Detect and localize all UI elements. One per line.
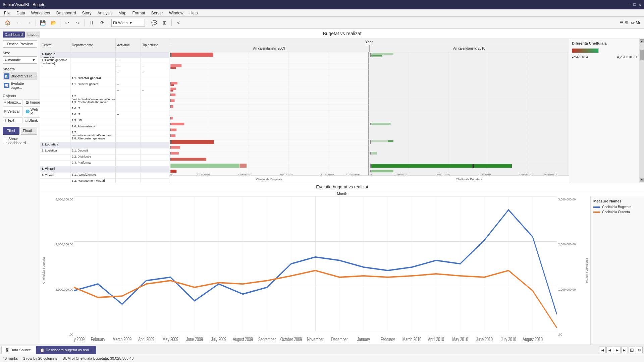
device-preview-btn[interactable]: Device Preview	[3, 40, 37, 48]
table-row: 2. Logistica	[40, 142, 169, 148]
marks-count: 40 marks	[3, 356, 18, 360]
svg-rect-43	[170, 94, 171, 96]
minimize-btn[interactable]: −	[628, 2, 631, 7]
menu-file[interactable]: File	[1, 10, 13, 16]
scroll-thumb[interactable]	[640, 50, 644, 60]
color-gradient-bar	[572, 47, 637, 54]
obj-text[interactable]: T Text	[3, 117, 23, 123]
menu-format[interactable]: Format	[130, 10, 148, 16]
scroll-down-btn[interactable]: ▼	[640, 178, 644, 182]
save-btn[interactable]: 💾	[38, 18, 47, 27]
sep3	[85, 19, 85, 26]
menu-server[interactable]: Server	[149, 10, 166, 16]
obj-vertical[interactable]: ⌸ Vertical	[3, 106, 23, 116]
svg-rect-55	[170, 134, 171, 137]
diferenta-title: Diferenta Cheltuiala	[572, 41, 637, 45]
svg-rect-47	[170, 105, 171, 108]
nav-last-btn[interactable]: ▶|	[621, 347, 628, 353]
pause-btn[interactable]: ⏸	[87, 18, 96, 27]
tab-dashboard[interactable]: Dashboard	[3, 32, 25, 38]
tab-bar: 🗄 Data Source 📋 Dashboard bugetat vs rea…	[0, 345, 644, 354]
scrollbar[interactable]: ▲ ▼	[639, 39, 644, 183]
horizontal-icon: ≡	[4, 101, 6, 104]
svg-rect-36	[170, 67, 176, 69]
svg-text:February: February	[381, 337, 395, 343]
svg-text:July 2010: July 2010	[501, 337, 516, 343]
new-sheet-btn[interactable]: ⊞	[629, 347, 635, 353]
size-dropdown[interactable]: Automatic ▼	[3, 56, 37, 64]
tab-worksheet-current[interactable]: 📋 Dashboard bugetat vs real...	[36, 346, 96, 354]
nav-prev-btn[interactable]: ◀	[606, 347, 613, 353]
svg-rect-63	[170, 158, 171, 161]
svg-text:October 2009: October 2009	[280, 337, 302, 343]
obj-image[interactable]: 🖼 Image	[24, 99, 40, 105]
fit-width-dropdown[interactable]: Fit Width ▼	[111, 19, 145, 27]
menu-worksheet[interactable]: Worksheet	[29, 10, 53, 16]
x-axis-label-2010: Cheltuiala Bugetata	[369, 176, 569, 183]
rows-info: 1 row by 20 columns	[23, 356, 57, 360]
svg-rect-53	[170, 129, 171, 131]
menu-story[interactable]: Story	[79, 10, 94, 16]
menu-dashboard[interactable]: Dashboard	[54, 10, 79, 16]
menu-help[interactable]: Help	[187, 10, 201, 16]
svg-rect-58	[170, 146, 180, 149]
tab-data-source[interactable]: 🗄 Data Source	[1, 346, 35, 354]
table-row: 1.5. HR	[40, 118, 169, 124]
chart-svg-container: 00 2,000,000.00 4,000,000.00 6,000,000.0…	[169, 52, 569, 175]
nav-first-btn[interactable]: |◀	[599, 347, 606, 353]
svg-text:January 2009: January 2009	[74, 337, 85, 343]
app-title: SeniorVisualBI - Bugete	[3, 2, 45, 7]
scroll-track[interactable]	[640, 43, 644, 178]
svg-rect-78	[371, 164, 512, 168]
svg-rect-64	[170, 164, 239, 168]
svg-rect-34	[170, 53, 171, 57]
grid-btn[interactable]: ⊞	[160, 18, 169, 27]
back-btn[interactable]: ←	[13, 18, 23, 27]
svg-text:April 2009: April 2009	[138, 337, 154, 343]
svg-rect-66	[170, 170, 176, 173]
tab-layout[interactable]: Layout	[25, 32, 40, 38]
show-dashboard-checkbox[interactable]	[3, 139, 7, 143]
menu-analysis[interactable]: Analysis	[95, 10, 115, 16]
table-row: -- --	[40, 88, 169, 94]
vertical-icon: ⌸	[4, 110, 6, 113]
y-axis-left-label: Cheltuiala Bugetata	[42, 257, 45, 284]
floating-btn[interactable]: Floati...	[21, 127, 38, 135]
obj-blank[interactable]: □ Blank	[24, 117, 40, 123]
col-tip: Tip actiune	[141, 39, 169, 52]
refresh-btn[interactable]: ⟳	[98, 18, 107, 27]
x-axis-label-2009: Cheltuiala Bugetata	[169, 176, 369, 183]
top-chart-title: Bugetat vs realizat	[40, 29, 644, 39]
obj-horizontal[interactable]: ≡ Horizo...	[3, 99, 23, 105]
diferenta-legend: Diferenta Cheltuiala -254,918.41 4,261,8…	[569, 39, 639, 183]
sheet-item-bugetat[interactable]: 📊 Bugetat vs re...	[3, 72, 37, 80]
sheet-chart2-icon: 📈	[4, 83, 9, 88]
scroll-up-btn[interactable]: ▲	[640, 39, 644, 43]
home-btn[interactable]: 🏠	[3, 18, 12, 27]
redo-btn[interactable]: ↪	[73, 18, 83, 27]
bottom-chart-body: Cheltuiala Bugetata 3,000,000.00 2,000,0…	[40, 196, 644, 345]
show-me-btn[interactable]: ☰ Show Me	[620, 20, 641, 25]
tooltip-btn[interactable]: 💬	[149, 18, 159, 27]
table-row: 3. Vinzari	[40, 167, 169, 173]
maximize-btn[interactable]: □	[634, 2, 636, 7]
menu-map[interactable]: Map	[116, 10, 129, 16]
menu-data[interactable]: Data	[14, 10, 28, 16]
menu-window[interactable]: Window	[166, 10, 186, 16]
table-row: 3.2. Management vinzari	[40, 179, 169, 183]
chevron-down-icon: ▼	[129, 21, 132, 25]
svg-text:November: November	[307, 337, 324, 343]
forward-btn[interactable]: →	[24, 18, 34, 27]
share-btn[interactable]: <	[174, 18, 183, 27]
open-btn[interactable]: 📂	[49, 18, 58, 27]
grid-view-btn[interactable]: ⊟	[636, 347, 643, 353]
sheet-item-evolutie[interactable]: 📈 Evolutie buge...	[3, 80, 37, 90]
close-btn[interactable]: ×	[639, 2, 641, 7]
objects-label: Objects	[3, 94, 37, 98]
y-val-3: 1,000,000.00	[47, 288, 73, 291]
y-val-1: 3,000,000.00	[47, 198, 73, 201]
tiled-btn[interactable]: Tiled	[3, 127, 19, 135]
nav-next-btn[interactable]: ▶	[614, 347, 621, 353]
undo-btn[interactable]: ↩	[62, 18, 72, 27]
obj-web[interactable]: 🌐 Web P...	[24, 106, 40, 116]
